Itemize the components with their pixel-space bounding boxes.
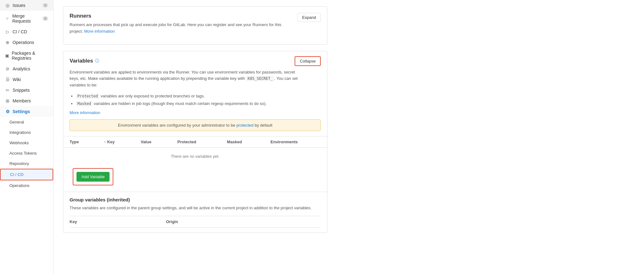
sidebar-item-analytics[interactable]: ⊘ Analytics <box>0 63 53 74</box>
group-variables-title: Group variables (inherited) <box>70 197 321 202</box>
snippets-icon: ✂ <box>5 88 10 93</box>
collapse-button[interactable]: Collapse <box>295 56 321 66</box>
variables-bullets: Protected variables are only exposed to … <box>63 92 327 110</box>
variables-section: Variables ⓘ Collapse Environment variabl… <box>63 51 327 233</box>
main-content: Runners Runners are processes that pick … <box>54 0 644 274</box>
col-environments: Environments <box>264 136 327 148</box>
sidebar-item-operations-sub[interactable]: Operations <box>0 180 53 191</box>
settings-icon: ⚙ <box>5 109 10 114</box>
k8s-secret-code: K8S_SECRET_ <box>246 76 274 81</box>
col-key: ↑ Key <box>98 136 134 148</box>
merge-requests-icon: ⑂ <box>5 16 10 21</box>
variables-table: Type ↑ Key Value Protected Masked Enviro… <box>63 136 327 165</box>
no-variables-row: There are no variables yet. <box>63 148 327 165</box>
sidebar-item-webhooks[interactable]: Webhooks <box>0 138 53 148</box>
col-masked: Masked <box>221 136 264 148</box>
sidebar: ◎ Issues 0 ⑂ Merge Requests 0 ▷ CI / CD … <box>0 0 54 274</box>
group-variables-description: These variables are configured in the pa… <box>70 205 321 211</box>
ci-cd-icon: ▷ <box>5 29 10 34</box>
sidebar-item-repository[interactable]: Repository <box>0 158 53 169</box>
sidebar-item-ci-cd[interactable]: ▷ CI / CD <box>0 26 53 37</box>
sidebar-item-access-tokens[interactable]: Access Tokens <box>0 148 53 158</box>
add-variable-area: Add Variable <box>73 168 113 185</box>
runners-more-info-link[interactable]: More information <box>84 29 115 34</box>
group-variables-section: Group variables (inherited) These variab… <box>63 192 327 233</box>
col-type: Type <box>63 136 98 148</box>
protected-code: Protected <box>76 94 99 99</box>
expand-button[interactable]: Expand <box>297 13 321 22</box>
runners-description: Runners are processes that pick up and e… <box>70 22 291 35</box>
sidebar-item-wiki[interactable]: ☰ Wiki <box>0 74 53 85</box>
group-col-key: Key <box>70 216 166 227</box>
variables-more-info-link[interactable]: More information <box>63 110 327 119</box>
col-value: Value <box>134 136 171 148</box>
operations-icon: ⊕ <box>5 40 10 45</box>
sidebar-item-members[interactable]: ⊞ Members <box>0 96 53 106</box>
protected-link[interactable]: protected <box>236 123 253 128</box>
packages-icon: ▣ <box>5 53 9 58</box>
sidebar-item-packages[interactable]: ▣ Packages & Registries <box>0 48 53 63</box>
runners-section: Runners Runners are processes that pick … <box>63 6 327 45</box>
sidebar-item-integrations[interactable]: Integrations <box>0 127 53 138</box>
sidebar-item-ci-cd-sub[interactable]: CI / CD <box>0 169 53 180</box>
sidebar-item-settings[interactable]: ⚙ Settings <box>0 106 53 117</box>
sidebar-item-issues[interactable]: ◎ Issues 0 <box>0 0 53 11</box>
wiki-icon: ☰ <box>5 77 10 82</box>
variables-info-icon[interactable]: ⓘ <box>95 58 99 64</box>
group-variables-table: Key Origin <box>70 216 321 227</box>
warning-banner: Environment variables are configured by … <box>70 119 321 131</box>
analytics-icon: ⊘ <box>5 66 10 71</box>
col-protected: Protected <box>171 136 221 148</box>
sidebar-item-general[interactable]: General <box>0 117 53 127</box>
add-variable-button[interactable]: Add Variable <box>76 172 110 182</box>
sidebar-item-merge-requests[interactable]: ⑂ Merge Requests 0 <box>0 11 53 26</box>
group-col-origin: Origin <box>166 216 321 227</box>
sidebar-item-operations[interactable]: ⊕ Operations <box>0 37 53 48</box>
runners-title: Runners <box>70 13 291 19</box>
variables-title: Variables <box>70 58 93 64</box>
masked-code: Masked <box>76 101 93 106</box>
variables-description: Environment variables are applied to env… <box>63 69 309 92</box>
members-icon: ⊞ <box>5 98 10 103</box>
no-variables-message: There are no variables yet. <box>63 148 327 165</box>
sidebar-item-snippets[interactable]: ✂ Snippets <box>0 85 53 96</box>
issues-icon: ◎ <box>5 3 10 8</box>
